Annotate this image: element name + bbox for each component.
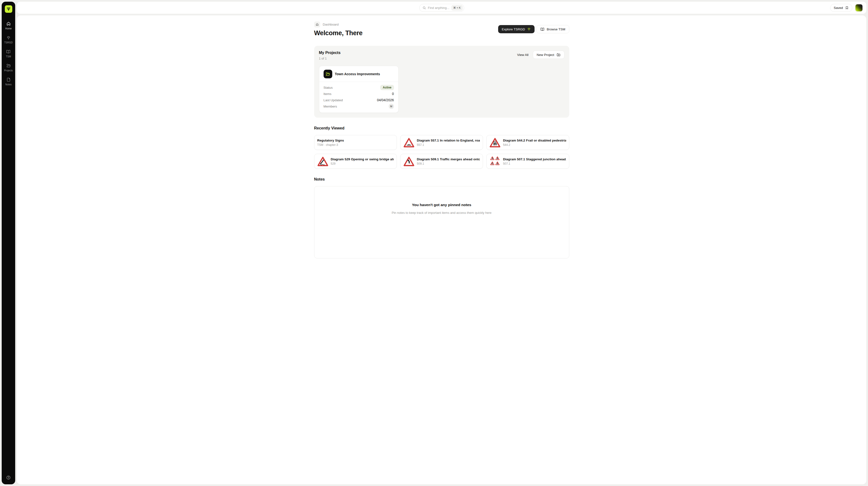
sidebar-item-tsrgd[interactable]: TSRGD — [4, 35, 13, 44]
saved-button[interactable]: Saved — [830, 4, 852, 12]
recent-card-title: Diagram 529 Opening or swing bridge ahea… — [331, 157, 394, 161]
recent-card-subtitle: 557.1 — [417, 143, 480, 147]
recent-card-text: Diagram 529 Opening or swing bridge ahea… — [331, 157, 394, 165]
sidebar-nav: Home TSRGD TSM — [4, 22, 13, 86]
recently-viewed-grid: Regulatory Signs TSM · chapter-3 — [314, 135, 569, 169]
explore-tsrgd-button[interactable]: Explore TSRGD — [498, 25, 535, 33]
my-projects-title: My Projects — [319, 51, 341, 55]
sidebar-item-label: TSRGD — [4, 41, 13, 44]
sidebar-item-notes[interactable]: Notes — [5, 77, 11, 86]
project-field-row: Items 0 — [323, 91, 394, 97]
my-projects-head-left: My Projects 1 of 1 — [319, 51, 341, 60]
notes-empty-card: You haven't got any pinned notes Pin not… — [314, 186, 569, 258]
search-input[interactable] — [428, 6, 450, 10]
my-projects-actions: View All New Project — [517, 51, 564, 59]
my-projects-count: 1 of 1 — [319, 57, 341, 60]
book-open-icon — [540, 27, 545, 31]
page-head-left: Dashboard Welcome, There — [314, 22, 363, 37]
field-label: Status — [323, 86, 333, 90]
signpost-icon — [6, 35, 11, 40]
recent-card-subtitle: 507.1 — [503, 162, 566, 165]
recent-card-title: Diagram 544.2 Frail or disabled pedestri… — [503, 139, 566, 142]
recent-card-text: Diagram 507.1 Staggered junction ahead..… — [503, 157, 566, 165]
project-card-head: Town Access Improvements — [323, 70, 394, 78]
t-logo-icon — [6, 7, 11, 11]
sidebar-item-label: Projects — [4, 69, 13, 72]
page-title: Welcome, There — [314, 29, 363, 37]
notes-empty-subtitle: Pin notes to keep track of important ite… — [314, 211, 569, 215]
recent-card-diagram-557-1[interactable]: Diagram 557.1 In relation to England, ro… — [400, 135, 483, 150]
main-content: Dashboard Welcome, There Explore TSRGD — [17, 15, 866, 484]
folder-plus-icon — [557, 53, 561, 57]
recent-card-text: Diagram 509.1 Traffic merges ahead onto … — [417, 157, 480, 165]
sidebar-item-tsm[interactable]: TSM — [6, 50, 11, 58]
sidebar: Home TSRGD TSM — [2, 2, 15, 484]
sign-traffic-merges-icon — [403, 156, 414, 167]
user-avatar[interactable] — [856, 4, 863, 11]
recent-card-regulatory-signs[interactable]: Regulatory Signs TSM · chapter-3 — [314, 135, 397, 150]
notes-title: Notes — [314, 177, 569, 182]
home-icon — [6, 22, 11, 26]
help-circle-icon — [6, 475, 11, 480]
field-value: 0 — [392, 92, 394, 96]
project-name: Town Access Improvements — [335, 72, 380, 76]
sidebar-item-label: TSM — [6, 55, 11, 58]
home-icon — [316, 23, 319, 26]
view-all-link[interactable]: View All — [517, 53, 528, 57]
search-icon — [423, 6, 426, 10]
content-container: Dashboard Welcome, There Explore TSRGD — [314, 15, 569, 484]
project-card[interactable]: Town Access Improvements Status Active I… — [319, 66, 399, 113]
bookmark-icon — [845, 6, 849, 10]
breadcrumb-label: Dashboard — [323, 23, 339, 26]
field-label: Last Updated — [323, 98, 343, 102]
recent-card-subtitle: 509.1 — [417, 162, 480, 165]
recent-card-title: Diagram 507.1 Staggered junction ahead..… — [503, 157, 566, 161]
book-open-icon — [6, 50, 10, 54]
field-value: 04/04/2026 — [377, 98, 394, 102]
status-badge: Active — [380, 85, 394, 90]
new-project-button[interactable]: New Project — [533, 51, 564, 59]
my-projects-panel: My Projects 1 of 1 View All New Project — [314, 46, 569, 118]
breadcrumb-home-chip[interactable] — [314, 22, 320, 28]
browse-tsm-label: Browse TSM — [547, 28, 565, 31]
recent-card-diagram-509-1[interactable]: Diagram 509.1 Traffic merges ahead onto … — [400, 154, 483, 169]
new-project-label: New Project — [537, 53, 554, 57]
member-avatar: M — [389, 104, 394, 109]
recent-card-subtitle: 544.2 — [503, 143, 566, 147]
recent-card-title: Diagram 557.1 In relation to England, ro… — [417, 139, 480, 142]
topbar: ⌘ + K Saved — [17, 2, 866, 14]
sign-road-hump-icon — [403, 137, 414, 148]
recent-card-diagram-544-2[interactable]: Diagram 544.2 Frail or disabled pedestri… — [486, 135, 569, 150]
field-label: Members — [323, 105, 337, 108]
notes-empty-title: You haven't got any pinned notes — [314, 203, 569, 207]
global-search[interactable]: ⌘ + K — [419, 4, 464, 12]
project-field-row: Members M — [323, 103, 394, 109]
file-icon — [6, 77, 11, 82]
sign-staggered-junction-icon — [490, 156, 500, 167]
recent-card-title: Regulatory Signs — [317, 139, 344, 142]
recent-card-diagram-507-1[interactable]: Diagram 507.1 Staggered junction ahead..… — [486, 154, 569, 169]
sign-frail-pedestrians-icon — [490, 137, 500, 148]
sign-opening-bridge-icon — [317, 156, 329, 167]
sidebar-item-label: Notes — [5, 83, 11, 86]
recent-card-diagram-529[interactable]: Diagram 529 Opening or swing bridge ahea… — [314, 154, 397, 169]
recent-card-subtitle: TSM · chapter-3 — [317, 143, 344, 147]
browse-tsm-button[interactable]: Browse TSM — [536, 25, 569, 33]
right-column: ⌘ + K Saved — [17, 2, 866, 484]
explore-tsrgd-label: Explore TSRGD — [502, 28, 525, 31]
saved-button-label: Saved — [834, 6, 843, 10]
help-button[interactable] — [6, 475, 11, 480]
sidebar-item-home[interactable]: Home — [5, 22, 12, 30]
app-root: Home TSRGD TSM — [0, 0, 868, 486]
recent-card-title: Diagram 509.1 Traffic merges ahead onto … — [417, 157, 480, 161]
sidebar-item-projects[interactable]: Projects — [4, 63, 13, 72]
recent-card-subtitle: 529 — [331, 162, 394, 165]
project-field-row: Last Updated 04/04/2026 — [323, 97, 394, 103]
folder-open-icon — [6, 63, 11, 68]
search-shortcut: ⌘ + K — [452, 5, 463, 10]
app-logo[interactable] — [5, 5, 12, 13]
signpost-icon — [527, 27, 531, 31]
sidebar-item-label: Home — [5, 27, 12, 30]
recent-card-text: Diagram 544.2 Frail or disabled pedestri… — [503, 139, 566, 147]
folder-open-icon — [323, 70, 332, 78]
